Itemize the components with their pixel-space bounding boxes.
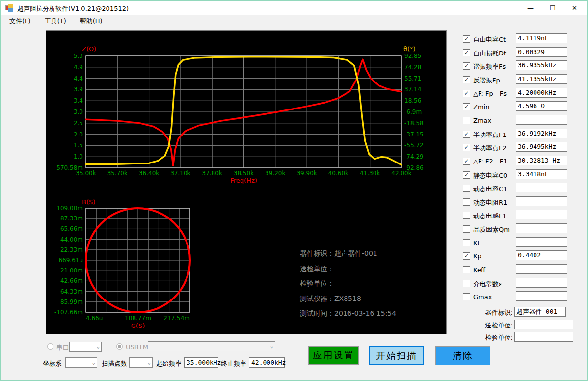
tick-label: -74.29 [404, 153, 424, 160]
tick-label: -18.58 [404, 120, 424, 127]
id-value-field[interactable]: 超声器件-001 [514, 307, 566, 317]
param-value-field[interactable]: 36.9495kHz [516, 142, 567, 152]
param-value-field[interactable] [516, 196, 567, 206]
menu-item-2[interactable]: 帮助(H) [75, 15, 107, 27]
param-checkbox[interactable]: ✓ [463, 90, 470, 97]
param-checkbox[interactable]: ✓ [463, 144, 470, 151]
param-checkbox[interactable] [463, 198, 470, 206]
tick-label: 669.61u [58, 257, 83, 264]
usbtmc-address-combo[interactable]: USB0::0x0471::0x2786::T020215010::INSTR⌄ [148, 341, 275, 351]
param-row: ✓谐振频率Fs36.9355kHz [459, 59, 586, 73]
tick-label: -42.66m [58, 277, 83, 284]
maximize-icon[interactable]: ☐ [541, 1, 563, 15]
param-checkbox[interactable]: ✓ [463, 252, 470, 260]
param-label: Keff [473, 266, 485, 273]
tick-label: B(S) [82, 198, 95, 206]
tick-label: 2.5 [74, 120, 83, 127]
overlay-line: 器件标识：超声器件-001 [300, 246, 396, 261]
start-scan-button[interactable]: 开始扫描 [369, 346, 424, 365]
start-freq-label: 起始频率 [156, 359, 182, 368]
param-checkbox[interactable]: ✓ [463, 158, 470, 165]
tick-label: 109.00m [56, 205, 83, 212]
tick-label: Freq(Hz) [230, 177, 257, 184]
param-row: ✓自由电容Ct4.1119nF [459, 32, 586, 46]
param-row: Gmax [459, 290, 586, 303]
param-value-field[interactable] [516, 223, 567, 233]
param-checkbox[interactable] [463, 280, 470, 287]
tick-label: 44.00m [60, 236, 83, 243]
param-label: 品质因素Qm [473, 225, 510, 234]
param-row: ✓静态电容C03.3418nF [459, 168, 586, 182]
scan-points-label: 扫描点数 [102, 359, 127, 368]
tick-label: 65.66m [60, 225, 83, 232]
tick-label: -37.15 [404, 131, 424, 138]
param-row: Zmax [459, 113, 586, 127]
param-checkbox[interactable] [463, 266, 470, 273]
chevron-down-icon: ⌄ [147, 358, 151, 367]
param-row: ✓反谐振Fp41.1355kHz [459, 73, 586, 86]
param-value-field[interactable] [516, 291, 567, 301]
param-label: △F: F2 - F1 [473, 158, 507, 165]
param-label: 半功率点F1 [473, 131, 507, 139]
param-value-field[interactable] [516, 210, 567, 219]
param-value-field[interactable]: 3.3418nF [516, 169, 567, 179]
param-checkbox[interactable]: ✓ [463, 62, 470, 70]
param-checkbox[interactable] [463, 117, 470, 124]
minimize-icon[interactable]: — [519, 1, 541, 15]
tick-label: 39.90k [296, 170, 317, 177]
param-checkbox[interactable]: ✓ [463, 131, 470, 138]
coord-system-combo[interactable]: lgZ-Deg⌄ [65, 357, 97, 368]
serial-port-combo[interactable]: ⌄ [69, 342, 102, 352]
chevron-down-icon: ⌄ [96, 342, 100, 351]
scan-points-combo[interactable]: 2001⌄ [129, 357, 153, 368]
param-checkbox[interactable]: ✓ [463, 103, 470, 110]
param-value-field[interactable] [516, 278, 567, 288]
param-value-field[interactable]: 36.9355kHz [516, 60, 567, 70]
tick-label: 36.40k [139, 170, 159, 177]
param-checkbox[interactable]: ✓ [463, 35, 470, 43]
serial-radio[interactable] [47, 343, 53, 350]
clear-button[interactable]: 清除 [435, 346, 490, 365]
stop-freq-field[interactable]: 42.000kHz [249, 357, 285, 368]
param-checkbox[interactable] [463, 212, 470, 219]
param-value-field[interactable]: 0.00329 [516, 47, 567, 57]
stop-freq-label: 终止频率 [221, 359, 246, 368]
usbtmc-radio[interactable] [116, 343, 123, 350]
param-checkbox[interactable] [463, 225, 470, 233]
param-checkbox[interactable] [463, 293, 470, 300]
param-value-field[interactable]: 4.596 Ω [516, 101, 567, 111]
param-value-field[interactable]: 30.32813 Hz [516, 156, 567, 165]
tick-label: -6.9m [404, 109, 422, 115]
menu-item-0[interactable]: 文件(F) [4, 15, 36, 27]
param-row: 介电常数ε [459, 276, 586, 290]
tick-label: 1.0 [74, 153, 83, 160]
param-checkbox[interactable] [463, 239, 470, 246]
apply-settings-button[interactable]: 应用设置 [308, 346, 359, 365]
param-value-field[interactable]: 0.4402 [516, 250, 567, 260]
param-checkbox[interactable]: ✓ [463, 76, 470, 83]
param-value-field[interactable] [516, 115, 567, 125]
param-checkbox[interactable]: ✓ [463, 171, 470, 179]
param-value-field[interactable] [516, 237, 567, 247]
param-checkbox[interactable] [463, 185, 470, 192]
param-row: ✓半功率点F236.9495kHz [459, 140, 586, 154]
start-freq-field[interactable]: 35.000kHz [184, 357, 218, 368]
overlay-line: 测试时间：2016-03-16 15:54 [300, 306, 396, 321]
param-value-field[interactable]: 4.20000kHz [516, 88, 567, 98]
param-checkbox[interactable]: ✓ [463, 49, 470, 56]
id-label: 送检单位: [485, 321, 513, 330]
menu-item-1[interactable]: 工具(T) [40, 15, 71, 27]
menu-bar: 文件(F)工具(T)帮助(H) [1, 15, 587, 27]
id-value-field[interactable] [514, 332, 573, 342]
param-label: 谐振频率Fs [473, 62, 506, 71]
param-value-field[interactable] [516, 264, 567, 274]
param-value-field[interactable]: 41.1355kHz [516, 74, 567, 84]
param-row: ✓△F: F2 - F130.32813 Hz [459, 154, 586, 168]
tick-label: 37.14 [404, 86, 421, 93]
tick-label: 87.33m [60, 215, 83, 222]
param-value-field[interactable]: 36.9192kHz [516, 129, 567, 138]
close-icon[interactable]: ✕ [563, 1, 586, 15]
id-value-field[interactable] [514, 320, 573, 329]
param-value-field[interactable] [516, 183, 567, 192]
param-value-field[interactable]: 4.1119nF [516, 33, 567, 43]
